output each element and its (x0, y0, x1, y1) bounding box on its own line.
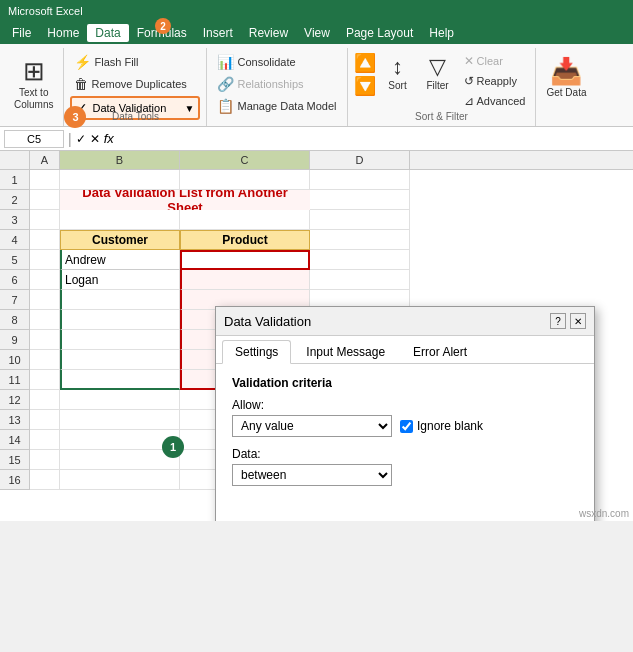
filter-button[interactable]: ▽ Filter (420, 52, 456, 93)
menu-help[interactable]: Help (421, 24, 462, 42)
cell-b10[interactable] (60, 350, 180, 370)
clear-button[interactable]: ✕ Clear (460, 52, 530, 70)
flash-fill-button[interactable]: ⚡ Flash Fill (70, 52, 200, 72)
cell-d2[interactable] (310, 190, 410, 210)
row-header-2: 2 (0, 190, 30, 210)
cell-a16[interactable] (30, 470, 60, 490)
col-header-d[interactable]: D (310, 151, 410, 169)
cell-a4[interactable] (30, 230, 60, 250)
cell-a1[interactable] (30, 170, 60, 190)
cell-b14[interactable] (60, 430, 180, 450)
row-header-1: 1 (0, 170, 30, 190)
reapply-button[interactable]: ↺ Reapply (460, 72, 530, 90)
cell-a2[interactable] (30, 190, 60, 210)
formula-input[interactable] (118, 132, 629, 146)
col-header-a[interactable]: A (30, 151, 60, 169)
table-row (30, 210, 633, 230)
text-to-columns-button[interactable]: ⊞ Text toColumns (10, 54, 57, 113)
cell-b9[interactable] (60, 330, 180, 350)
relationships-label: Relationships (237, 78, 303, 90)
cell-b13[interactable] (60, 410, 180, 430)
menu-view[interactable]: View (296, 24, 338, 42)
cell-d3[interactable] (310, 210, 410, 230)
get-data-button[interactable]: 📥 Get Data (542, 54, 590, 100)
cell-d6[interactable] (310, 270, 410, 290)
cell-a11[interactable] (30, 370, 60, 390)
cell-a9[interactable] (30, 330, 60, 350)
row-header-6: 6 (0, 270, 30, 290)
relationships-icon: 🔗 (217, 76, 234, 92)
title-text: Microsoft Excel (8, 5, 83, 17)
cell-c1[interactable] (180, 170, 310, 190)
remove-duplicates-button[interactable]: 🗑 Remove Duplicates (70, 74, 200, 94)
cell-b5[interactable]: Andrew (60, 250, 180, 270)
data-validation-dialog: Data Validation ? ✕ Settings Input Messa… (215, 306, 595, 521)
cell-b16[interactable] (60, 470, 180, 490)
cell-a7[interactable] (30, 290, 60, 310)
validation-criteria-title: Validation criteria (232, 376, 578, 390)
menu-review[interactable]: Review (241, 24, 296, 42)
cell-a15[interactable] (30, 450, 60, 470)
cell-a12[interactable] (30, 390, 60, 410)
ignore-blank-checkbox[interactable] (400, 420, 413, 433)
menu-file[interactable]: File (4, 24, 39, 42)
cell-b7[interactable] (60, 290, 180, 310)
advanced-button[interactable]: ⊿ Advanced (460, 92, 530, 110)
cell-d4[interactable] (310, 230, 410, 250)
data-select[interactable]: between (232, 464, 392, 486)
table-row: Data Validation List from Another Sheet (30, 190, 633, 210)
cell-c4-product[interactable]: Product (180, 230, 310, 250)
dialog-controls: ? ✕ (550, 313, 586, 329)
remove-duplicates-label: Remove Duplicates (91, 78, 186, 90)
cell-d1[interactable] (310, 170, 410, 190)
text-to-columns-label: Text toColumns (14, 87, 53, 111)
cell-a6[interactable] (30, 270, 60, 290)
cell-b11[interactable] (60, 370, 180, 390)
cell-c3[interactable] (180, 210, 310, 230)
menu-page-layout[interactable]: Page Layout (338, 24, 421, 42)
cross-icon: ✕ (90, 132, 100, 146)
dialog-help-button[interactable]: ? (550, 313, 566, 329)
cell-a8[interactable] (30, 310, 60, 330)
cell-a10[interactable] (30, 350, 60, 370)
name-box[interactable] (4, 130, 64, 148)
cell-b3[interactable] (60, 210, 180, 230)
clear-icon: ✕ (464, 54, 474, 68)
ribbon-group-data-tools: ⚡ Flash Fill 🗑 Remove Duplicates ✓ Data … (64, 48, 207, 126)
cell-a3[interactable] (30, 210, 60, 230)
row-header-13: 13 (0, 410, 30, 430)
cell-b1[interactable] (60, 170, 180, 190)
watermark: wsxdn.com (579, 508, 629, 519)
sort-button[interactable]: ↕️ Sort (380, 52, 416, 93)
ribbon-group-connections: 📊 Consolidate 🔗 Relationships 📋 Manage D… (207, 48, 347, 126)
menu-insert[interactable]: Insert (195, 24, 241, 42)
relationships-button[interactable]: 🔗 Relationships (213, 74, 340, 94)
dialog-tab-input-message[interactable]: Input Message (293, 340, 398, 363)
menu-home[interactable]: Home (39, 24, 87, 42)
cell-c5[interactable] (180, 250, 310, 270)
cell-b2-title[interactable]: Data Validation List from Another Sheet (60, 190, 310, 210)
cell-a14[interactable] (30, 430, 60, 450)
consolidate-button[interactable]: 📊 Consolidate (213, 52, 340, 72)
allow-select[interactable]: Any value Whole number Decimal List Date… (232, 415, 392, 437)
cell-b12[interactable] (60, 390, 180, 410)
cell-b6[interactable]: Logan (60, 270, 180, 290)
cell-a5[interactable] (30, 250, 60, 270)
cell-c6[interactable] (180, 270, 310, 290)
cell-b15[interactable] (60, 450, 180, 470)
menu-data[interactable]: Data (87, 24, 128, 42)
dialog-close-button[interactable]: ✕ (570, 313, 586, 329)
cell-a13[interactable] (30, 410, 60, 430)
manage-data-model-button[interactable]: 📋 Manage Data Model (213, 96, 340, 116)
col-header-b[interactable]: B (60, 151, 180, 169)
cell-b4-customer[interactable]: Customer (60, 230, 180, 250)
group-label-sort-filter: Sort & Filter (348, 111, 536, 124)
cell-d5[interactable] (310, 250, 410, 270)
dialog-tab-error-alert[interactable]: Error Alert (400, 340, 480, 363)
dialog-tabs: Settings Input Message Error Alert (216, 336, 594, 364)
clear-label: Clear (477, 55, 503, 67)
sort-za-icon: 🔽 (354, 75, 376, 97)
cell-b8[interactable] (60, 310, 180, 330)
col-header-c[interactable]: C (180, 151, 310, 169)
dialog-tab-settings[interactable]: Settings (222, 340, 291, 364)
